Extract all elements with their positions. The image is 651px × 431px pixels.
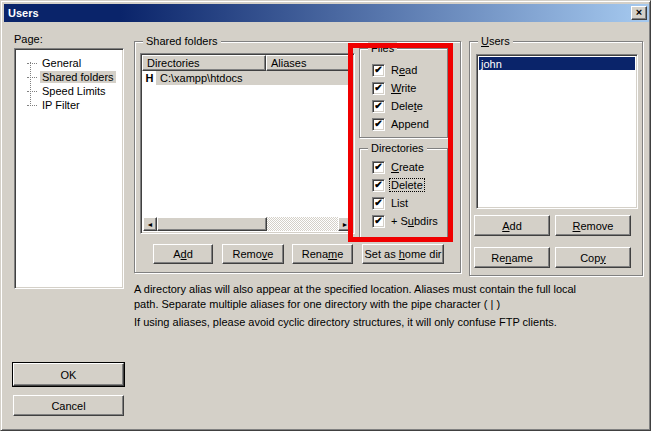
checkbox-box[interactable]: ✔ — [372, 215, 385, 228]
label-part: e — [337, 248, 343, 260]
label-part: + S — [391, 215, 408, 227]
label-part: A — [173, 248, 180, 260]
button-label: Set as home dir — [364, 248, 441, 260]
checkbox-label-focused: Delete — [390, 179, 424, 191]
sidebar-item-shared-folders[interactable]: Shared folders — [15, 70, 123, 84]
label-part: ome dir — [405, 248, 442, 260]
checkbox-files-append[interactable]: ✔ Append — [372, 117, 430, 131]
label-part: rite — [401, 82, 416, 94]
sidebar-item-ip-filter[interactable]: IP Filter — [15, 98, 123, 112]
cancel-button[interactable]: Cancel — [13, 395, 124, 416]
ok-button[interactable]: OK — [13, 363, 124, 386]
button-label: Copy — [580, 252, 606, 264]
horizontal-scrollbar[interactable]: ◄ ► — [143, 217, 352, 231]
check-icon: ✔ — [374, 65, 382, 75]
check-icon: ✔ — [374, 101, 382, 111]
sidebar-item-speed-limits[interactable]: Speed Limits — [15, 84, 123, 98]
label-part: ame — [511, 252, 532, 264]
directories-group-label: Directories — [368, 142, 427, 154]
close-button[interactable]: × — [631, 6, 647, 20]
note-line: If using aliases, please avoid cyclic di… — [134, 315, 576, 330]
sidebar-item-general[interactable]: General — [15, 56, 123, 70]
checkbox-dir-delete[interactable]: ✔ Delete — [372, 178, 424, 192]
label-part: dd — [510, 220, 522, 232]
home-indicator: H — [143, 72, 156, 84]
label-mnemonic: W — [391, 82, 401, 94]
button-label: Add — [502, 220, 522, 232]
remove-directory-button[interactable]: Remove — [222, 244, 284, 264]
set-as-home-dir-button[interactable]: Set as home dir — [362, 244, 444, 264]
label-part: reate — [399, 161, 424, 173]
sidebar-item-label: Speed Limits — [40, 85, 108, 97]
copy-user-button[interactable]: Copy — [555, 247, 631, 268]
label-part: Re — [491, 252, 505, 264]
sidebar-item-label-selected: Shared folders — [40, 71, 116, 83]
checkbox-dir-create[interactable]: ✔ Create — [372, 160, 425, 174]
button-label: Rename — [302, 248, 344, 260]
checkbox-label: Read — [390, 64, 418, 76]
label-part: List — [391, 197, 408, 209]
label-part: R — [391, 64, 399, 76]
label-part: Append — [391, 118, 429, 130]
label-part: ad — [405, 64, 417, 76]
page-list[interactable]: General Shared folders Speed Limits IP F… — [14, 48, 124, 289]
listview-header: Directories Aliases — [142, 55, 353, 71]
checkbox-label: Write — [390, 82, 417, 94]
label-mnemonic: A — [502, 220, 509, 232]
column-header-aliases[interactable]: Aliases — [266, 55, 353, 71]
checkbox-label: + Subdirs — [390, 215, 439, 227]
column-header-directories[interactable]: Directories — [142, 55, 266, 71]
tree-connector — [27, 105, 37, 106]
scrollbar-track[interactable] — [267, 217, 338, 231]
page-label: Page: — [14, 33, 43, 45]
window-title: Users — [8, 7, 39, 19]
checkbox-label: Append — [390, 118, 430, 130]
sidebar-item-label: IP Filter — [40, 99, 82, 111]
checkbox-dir-list[interactable]: ✔ List — [372, 196, 409, 210]
titlebar[interactable]: Users × — [4, 4, 649, 22]
button-label: Rename — [491, 252, 533, 264]
user-row-selected[interactable]: john — [479, 57, 635, 70]
checkbox-files-write[interactable]: ✔ Write — [372, 81, 417, 95]
checkbox-box[interactable]: ✔ — [372, 82, 385, 95]
remove-user-button[interactable]: Remove — [555, 215, 631, 236]
scrollbar-thumb[interactable] — [157, 217, 267, 231]
notes-text: A directory alias will also appear at th… — [134, 282, 576, 330]
users-listbox[interactable]: john — [476, 54, 638, 209]
scroll-right-button[interactable]: ► — [338, 217, 352, 231]
checkbox-box[interactable]: ✔ — [372, 161, 385, 174]
directory-row[interactable]: H C:\xampp\htdocs — [143, 71, 352, 85]
checkbox-box[interactable]: ✔ — [372, 100, 385, 113]
checkbox-box[interactable]: ✔ — [372, 64, 385, 77]
button-label: OK — [61, 369, 77, 381]
label-part: Delete — [391, 179, 423, 191]
label-part: bdirs — [414, 215, 438, 227]
tree-connector — [27, 77, 37, 78]
rename-directory-button[interactable]: Rename — [292, 244, 353, 264]
checkbox-files-delete[interactable]: ✔ Delete — [372, 99, 424, 113]
checkbox-box[interactable]: ✔ — [372, 118, 385, 131]
check-icon: ✔ — [374, 198, 382, 208]
button-label: Add — [173, 248, 193, 260]
shared-folders-listview[interactable]: Directories Aliases H C:\xampp\htdocs ◄ … — [140, 53, 355, 234]
add-user-button[interactable]: Add — [474, 215, 550, 236]
checkbox-box[interactable]: ✔ — [372, 197, 385, 210]
label-mnemonic: U — [481, 35, 489, 47]
checkbox-box[interactable]: ✔ — [372, 179, 385, 192]
shared-folders-group-label: Shared folders — [143, 35, 221, 47]
scroll-left-button[interactable]: ◄ — [143, 217, 157, 231]
users-group-label: Users — [478, 35, 513, 47]
label-part: sers — [489, 35, 510, 47]
add-directory-button[interactable]: Add — [153, 244, 213, 264]
label-part: e — [267, 248, 273, 260]
sidebar-item-label: General — [40, 57, 83, 69]
checkbox-files-read[interactable]: ✔ Read — [372, 63, 418, 77]
check-icon: ✔ — [374, 180, 382, 190]
label-part: Set as — [364, 248, 398, 260]
note-line: A directory alias will also appear at th… — [134, 282, 576, 297]
checkbox-dir-subdirs[interactable]: ✔ + Subdirs — [372, 214, 439, 228]
checkbox-label: List — [390, 197, 409, 209]
users-dialog: Users × Page: General Shared folders Spe… — [0, 0, 651, 431]
rename-user-button[interactable]: Rename — [474, 247, 550, 268]
tree-connector — [27, 63, 37, 64]
